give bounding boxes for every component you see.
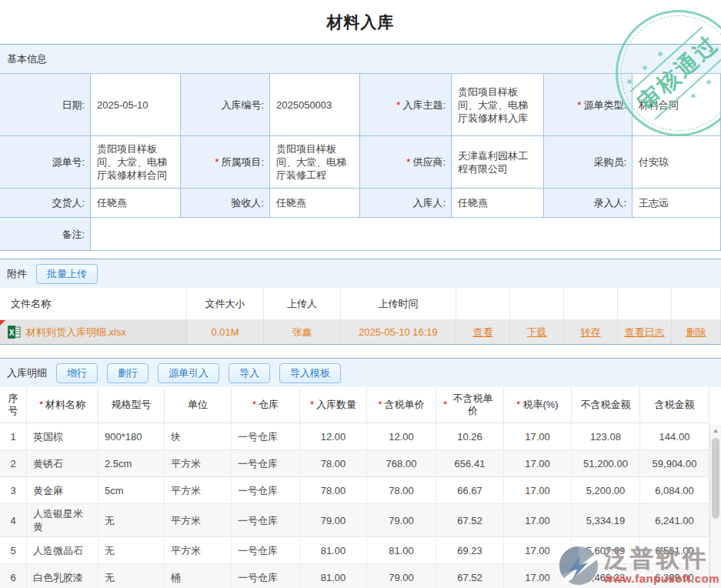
field-value-deliverer: 任晓燕 [91,189,181,218]
field-label-source-type: *源单类型: [544,74,633,136]
scroll-up-arrow-icon[interactable]: ▲ [710,425,721,436]
attachment-file-cell: X 材料到货入库明细.xlsx [0,320,187,345]
import-source-button[interactable]: 源单引入 [158,363,219,383]
cell-tax-rate: 17.00 [504,537,572,564]
attachment-action: 查看 [456,320,510,345]
det-col-amount-with-tax: 含税金额 [640,387,709,423]
att-col-action [456,288,510,320]
cell-warehouse: 一号仓库 [232,564,300,588]
att-col-action [510,288,564,320]
table-row: 2 黄锈石 2.5cm 平方米 一号仓库 78.00 768.00 656.41… [0,450,721,477]
field-label-supplier: *供应商: [360,136,452,189]
cell-material-name: 人造微晶石 [27,537,98,564]
cell-inbound-qty: 78.00 [300,477,367,504]
section-attachments-bar: 附件 批量上传 [0,259,721,288]
field-value-inbound-no: 2025050003 [270,74,360,136]
cell-price-no-tax: 67.52 [436,564,504,588]
det-col-seq: 序号 [0,387,27,423]
required-asterisk: * [215,155,219,169]
cell-amount-with-tax: 6,084.00 [640,477,709,504]
attachment-action: 查看日志 [618,320,672,345]
cell-inbound-qty: 81.00 [300,564,367,588]
cell-seq: 3 [0,477,27,504]
att-col-file-size: 文件大小 [187,288,264,320]
cell-tax-rate: 17.00 [504,504,572,537]
cell-spec-model: 无 [98,564,165,588]
cell-warehouse: 一号仓库 [232,423,300,450]
cell-price-with-tax: 768.00 [367,450,436,477]
required-asterisk: * [310,399,314,411]
cell-warehouse: 一号仓库 [232,537,300,564]
delete-link[interactable]: 删除 [686,326,706,339]
cell-price-no-tax: 66.67 [436,477,504,504]
add-row-button[interactable]: 增行 [56,363,98,383]
field-value-inbound-subject: 贵阳项目样板间、大堂、电梯厅装修材料入库 [452,74,544,136]
delete-row-button[interactable]: 删行 [107,363,149,383]
section-basic-info-bar: 基本信息 [0,44,721,73]
det-col-price-with-tax: *含税单价 [367,387,436,423]
field-label-inspector: 验收人: [181,189,270,218]
cell-amount-no-tax: 51,200.00 [572,450,640,477]
att-col-action [618,288,672,320]
import-template-button[interactable]: 导入模板 [279,363,341,383]
field-label-recorder: 录入人: [544,189,633,218]
det-col-unit: 单位 [165,387,232,423]
material-inbound-page: 材料入库 基本信息 日期: 2025-05-10 入库编号: 202505000… [0,0,721,588]
vertical-scrollbar[interactable]: ▲ [709,425,721,588]
attachment-upload-time: 2025-05-10 16:19 [341,320,456,345]
att-col-action [564,288,618,320]
cell-material-name: 英国棕 [27,423,98,450]
cell-inbound-qty: 78.00 [300,450,367,477]
view-log-link[interactable]: 查看日志 [625,326,665,339]
attachment-row: X 材料到货入库明细.xlsx 0.01M 张鑫 2025-05-10 16:1… [0,320,721,345]
detail-section-title: 入库明细 [7,366,47,380]
batch-upload-button[interactable]: 批量上传 [36,264,98,284]
det-col-price-no-tax: *不含税单价 [436,387,504,423]
cell-warehouse: 一号仓库 [232,477,300,504]
field-label-warehouser: 入库人: [360,189,452,218]
det-col-warehouse: *仓库 [232,387,300,423]
download-link[interactable]: 下载 [527,326,547,339]
cell-seq: 5 [0,537,27,564]
table-row: 4 人造银星米黄 无 平方米 一号仓库 79.00 79.00 67.52 17… [0,504,721,537]
cell-inbound-qty: 79.00 [300,504,367,537]
scrollbar-thumb[interactable] [712,438,719,519]
required-asterisk: * [396,99,400,112]
view-link[interactable]: 查看 [473,326,493,339]
cell-tax-rate: 17.00 [504,423,572,450]
att-col-file-name: 文件名称 [0,288,187,320]
required-asterisk: * [516,399,520,411]
table-row: 5 人造微晶石 无 平方米 一号仓库 81.00 81.00 69.23 17.… [0,537,721,564]
cell-spec-model: 5cm [98,477,165,504]
det-col-amount-no-tax: 不含税金额 [572,387,640,423]
table-row: 1 英国棕 900*180 块 一号仓库 12.00 12.00 10.26 1… [0,423,721,450]
basic-info-grid: 日期: 2025-05-10 入库编号: 2025050003 *入库主题: 贵… [0,73,721,251]
field-value-inspector: 任晓燕 [270,189,360,218]
cell-price-with-tax: 12.00 [367,423,436,450]
import-button[interactable]: 导入 [229,363,270,383]
field-value-source-type: 材料合同 [633,74,721,136]
cell-spec-model: 无 [98,537,165,564]
field-value-source-no: 贵阳项目样板间、大堂、电梯厅装修材料合同 [91,136,181,189]
cell-unit: 平方米 [165,477,232,504]
cell-unit: 块 [165,423,232,450]
field-value-date: 2025-05-10 [91,74,181,136]
section-detail-bar: 入库明细 增行 删行 源单引入 导入 导入模板 [0,358,721,387]
field-label-source-no: 源单号: [0,136,91,189]
cell-amount-no-tax: 5,200.00 [572,477,640,504]
cell-price-no-tax: 69.23 [436,537,504,564]
cell-spec-model: 无 [98,504,165,537]
required-asterisk: * [577,99,581,112]
save-as-link[interactable]: 转存 [581,326,601,339]
svg-text:X: X [9,329,15,337]
cell-seq: 1 [0,423,27,450]
detail-rows: 1 英国棕 900*180 块 一号仓库 12.00 12.00 10.26 1… [0,423,721,588]
cell-price-no-tax: 10.26 [436,423,504,450]
cell-warehouse: 一号仓库 [232,504,300,537]
cell-amount-no-tax: 5,469.23 [572,564,640,588]
page-title: 材料入库 [0,0,721,44]
attachment-file-name-link[interactable]: 材料到货入库明细.xlsx [26,326,126,339]
cell-price-with-tax: 79.00 [367,504,436,537]
cell-amount-with-tax: 6,241.00 [640,504,709,537]
required-asterisk: * [252,399,256,411]
